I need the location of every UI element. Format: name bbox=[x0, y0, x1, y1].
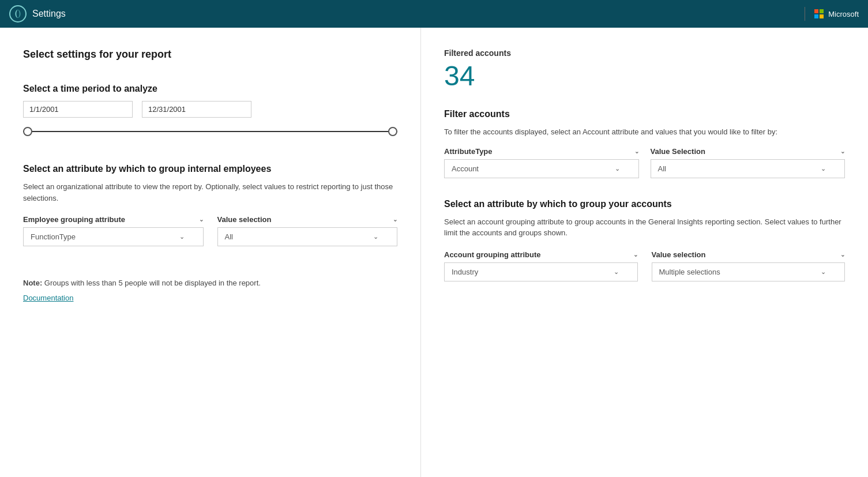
microsoft-label: Microsoft bbox=[828, 10, 859, 18]
account-attr-dropdown[interactable]: Industry ⌄ bbox=[444, 262, 638, 281]
value-selection-label: Value Selection ⌄ bbox=[651, 147, 846, 156]
app-title: Settings bbox=[32, 9, 66, 19]
account-attr-group: Account grouping attribute ⌄ Industry ⌄ bbox=[444, 250, 638, 281]
employee-group-section: Select an attribute by which to group in… bbox=[23, 164, 397, 246]
date-inputs bbox=[23, 101, 397, 118]
account-value-dropdown[interactable]: Multiple selections ⌄ bbox=[652, 262, 846, 281]
account-group-title: Select an attribute by which to group yo… bbox=[444, 199, 845, 209]
employee-value-group: Value selection ⌄ All ⌄ bbox=[217, 215, 398, 246]
filter-accounts-title: Filter accounts bbox=[444, 109, 845, 119]
account-value-chevron-label: ⌄ bbox=[840, 251, 845, 258]
value-selection-chevron: ⌄ bbox=[821, 165, 826, 172]
left-panel: Select settings for your report Select a… bbox=[0, 28, 421, 477]
note-text: Note: Groups with less than 5 people wil… bbox=[23, 279, 397, 287]
slider-thumb-right[interactable] bbox=[388, 127, 397, 136]
topbar-divider bbox=[805, 7, 805, 21]
attribute-type-dropdown[interactable]: Account ⌄ bbox=[444, 159, 639, 178]
account-group-desc: Select an account grouping attribute to … bbox=[444, 216, 845, 239]
filter-accounts-section: Filter accounts To filter the accounts d… bbox=[444, 109, 845, 178]
attribute-type-chevron-label: ⌄ bbox=[634, 148, 639, 155]
employee-attr-group: Employee grouping attribute ⌄ FunctionTy… bbox=[23, 215, 204, 246]
documentation-link[interactable]: Documentation bbox=[23, 294, 73, 302]
employee-attr-chevron-label: ⌄ bbox=[199, 216, 204, 223]
topbar: Settings Microsoft bbox=[0, 0, 868, 28]
account-value-label: Value selection ⌄ bbox=[652, 250, 846, 259]
time-slider[interactable] bbox=[23, 125, 397, 138]
employee-value-dropdown[interactable]: All ⌄ bbox=[217, 227, 398, 246]
employee-dropdowns-row: Employee grouping attribute ⌄ FunctionTy… bbox=[23, 215, 397, 246]
value-selection-dropdown[interactable]: All ⌄ bbox=[651, 159, 846, 178]
note-bold: Note: bbox=[23, 279, 42, 287]
account-value-chevron: ⌄ bbox=[821, 268, 826, 276]
filter-accounts-row: AttributeType ⌄ Account ⌄ Value Selectio… bbox=[444, 147, 845, 178]
topbar-left: Settings bbox=[9, 5, 66, 22]
attribute-type-label: AttributeType ⌄ bbox=[444, 147, 639, 156]
attribute-type-group: AttributeType ⌄ Account ⌄ bbox=[444, 147, 639, 178]
end-date-input[interactable] bbox=[142, 101, 251, 118]
account-attr-chevron: ⌄ bbox=[614, 268, 619, 276]
app-logo bbox=[9, 5, 27, 22]
right-panel: Filtered accounts 34 Filter accounts To … bbox=[421, 28, 868, 477]
microsoft-icon bbox=[814, 9, 824, 18]
employee-attr-chevron: ⌄ bbox=[179, 233, 185, 241]
filtered-accounts-label: Filtered accounts bbox=[444, 48, 845, 58]
account-group-section: Select an attribute by which to group yo… bbox=[444, 199, 845, 281]
account-value-group: Value selection ⌄ Multiple selections ⌄ bbox=[652, 250, 846, 281]
time-period-title: Select a time period to analyze bbox=[23, 84, 397, 94]
employee-value-chevron-label: ⌄ bbox=[393, 216, 397, 223]
value-selection-group: Value Selection ⌄ All ⌄ bbox=[651, 147, 846, 178]
main-title: Select settings for your report bbox=[23, 48, 397, 61]
time-period-section: Select a time period to analyze bbox=[23, 84, 397, 138]
filtered-accounts-count: 34 bbox=[444, 60, 845, 92]
main-container: Select settings for your report Select a… bbox=[0, 28, 868, 477]
employee-attr-label: Employee grouping attribute ⌄ bbox=[23, 215, 204, 224]
slider-thumb-left[interactable] bbox=[23, 127, 32, 136]
value-selection-chevron-label: ⌄ bbox=[840, 148, 845, 155]
account-dropdowns-row: Account grouping attribute ⌄ Industry ⌄ … bbox=[444, 250, 845, 281]
filtered-accounts-block: Filtered accounts 34 bbox=[444, 48, 845, 92]
employee-value-label: Value selection ⌄ bbox=[217, 215, 398, 224]
employee-group-title: Select an attribute by which to group in… bbox=[23, 164, 397, 174]
filter-accounts-desc: To filter the accounts displayed, select… bbox=[444, 126, 845, 138]
topbar-right: Microsoft bbox=[800, 7, 859, 21]
employee-attr-dropdown[interactable]: FunctionType ⌄ bbox=[23, 227, 204, 246]
account-attr-label: Account grouping attribute ⌄ bbox=[444, 250, 638, 259]
employee-value-chevron: ⌄ bbox=[373, 233, 378, 241]
slider-track bbox=[23, 131, 397, 132]
note-section: Note: Groups with less than 5 people wil… bbox=[23, 269, 397, 302]
start-date-input[interactable] bbox=[23, 101, 133, 118]
employee-group-desc: Select an organizational attribute to vi… bbox=[23, 181, 397, 204]
attribute-type-chevron: ⌄ bbox=[615, 165, 620, 172]
account-attr-chevron-label: ⌄ bbox=[633, 251, 638, 258]
